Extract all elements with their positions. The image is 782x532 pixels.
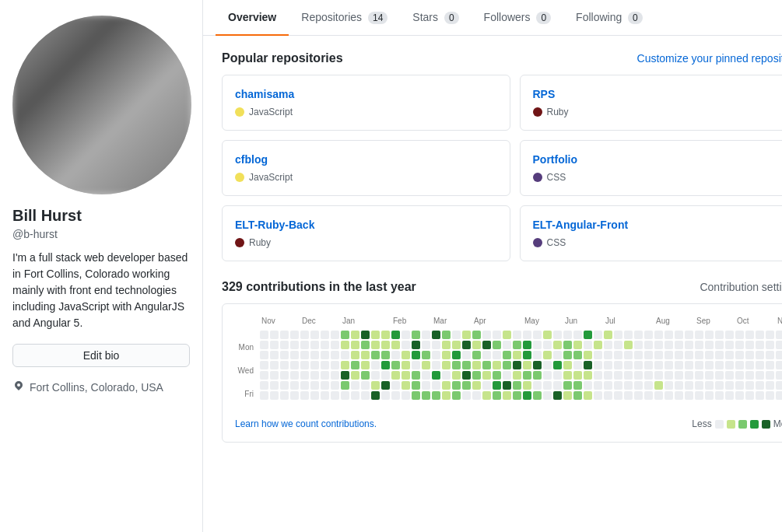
week-column (310, 331, 319, 412)
tab-overview[interactable]: Overview (216, 0, 289, 36)
edit-bio-button[interactable]: Edit bio (12, 344, 190, 367)
day-cell (725, 371, 734, 380)
repo-card-elt-ruby: ELT-Ruby-Back Ruby (222, 205, 510, 261)
day-cell (735, 371, 744, 380)
bio-text: I'm a full stack web developer based in … (12, 250, 190, 331)
day-cell (442, 341, 451, 349)
lang-label: JavaScript (249, 172, 293, 183)
day-cell (756, 341, 764, 349)
legend-cell-0 (715, 420, 724, 429)
day-cell (634, 351, 643, 359)
day-cell (735, 381, 744, 390)
day-cell (280, 381, 289, 390)
day-cell (634, 361, 643, 369)
day-cell (624, 351, 633, 359)
tab-followers[interactable]: Followers 0 (472, 0, 563, 36)
day-cell (644, 381, 653, 390)
day-cell (675, 341, 683, 349)
customize-pinned-link[interactable]: Customize your pinned repositories (637, 52, 782, 65)
day-cell (270, 391, 279, 400)
day-cell (341, 331, 349, 339)
day-label: Wed (235, 366, 257, 376)
week-column (533, 331, 542, 412)
week-column (472, 331, 481, 412)
month-label: Aug (656, 317, 670, 325)
day-cell (503, 331, 511, 339)
day-cell (685, 331, 693, 339)
month-label: Jan (342, 317, 355, 325)
day-cell (776, 351, 782, 359)
day-cell (745, 391, 754, 400)
repo-name-cfblog[interactable]: cfblog (235, 153, 497, 166)
repo-name-elt-angular[interactable]: ELT-Angular-Front (533, 219, 783, 231)
day-cell (452, 331, 461, 339)
day-cell (594, 371, 602, 380)
day-cell (321, 361, 329, 369)
day-cell (715, 351, 724, 359)
day-cell (482, 331, 491, 339)
day-cell (624, 341, 633, 349)
day-cell (482, 391, 491, 400)
day-cell (533, 351, 542, 359)
day-cell (665, 381, 673, 390)
repo-name-elt-ruby[interactable]: ELT-Ruby-Back (235, 219, 497, 231)
contribution-settings-button[interactable]: Contribution settings ▾ (700, 281, 782, 293)
day-cell (604, 351, 612, 359)
day-cell (300, 341, 309, 349)
lang-label: JavaScript (249, 107, 293, 117)
day-cell (725, 351, 734, 359)
day-cell (391, 331, 400, 339)
day-cell (321, 341, 329, 349)
day-cell (675, 361, 683, 369)
contrib-footer: Learn how we count contributions. Less M… (235, 418, 782, 429)
tab-stars[interactable]: Stars 0 (400, 0, 471, 36)
day-cell (644, 391, 653, 400)
day-cell (725, 381, 734, 390)
repo-name-chamisama[interactable]: chamisama (235, 88, 497, 100)
day-cell (422, 391, 430, 400)
day-cell (270, 381, 279, 390)
day-cell (351, 361, 359, 369)
day-cell (290, 381, 299, 390)
day-cell (422, 351, 430, 359)
day-label: Mon (235, 342, 257, 352)
tab-following[interactable]: Following 0 (563, 0, 655, 36)
learn-contributions-link[interactable]: Learn how we count contributions. (235, 418, 377, 429)
repo-name-portfolio[interactable]: Portfolio (533, 153, 783, 166)
day-cell (705, 381, 714, 390)
day-cell (260, 341, 268, 349)
day-cell (472, 351, 481, 359)
day-cell (442, 371, 451, 380)
month-label: Nov (261, 317, 275, 325)
day-cell (513, 361, 521, 369)
tab-repositories[interactable]: Repositories 14 (289, 0, 400, 36)
day-cell (563, 381, 572, 390)
day-cell (766, 341, 774, 349)
legend: Less More (692, 418, 782, 429)
day-cell (644, 341, 653, 349)
day-cell (745, 361, 754, 369)
day-cell (482, 381, 491, 390)
day-cell (654, 391, 663, 400)
day-label (235, 401, 257, 411)
week-column (735, 331, 744, 412)
day-cell (351, 331, 359, 339)
day-cell (543, 391, 552, 400)
week-column (584, 331, 592, 412)
day-cell (776, 341, 782, 349)
day-cell (594, 351, 602, 359)
day-cell (442, 331, 451, 339)
day-cell (675, 381, 683, 390)
day-cell (391, 341, 400, 349)
day-cell (503, 391, 511, 400)
day-cell (452, 351, 461, 359)
repos-section-header: Popular repositories Customize your pinn… (222, 51, 782, 65)
day-cell (321, 391, 329, 400)
day-cell (705, 341, 714, 349)
day-cell (745, 331, 754, 339)
day-cell (533, 391, 542, 400)
week-column (523, 331, 531, 412)
repo-name-rps[interactable]: RPS (533, 88, 783, 100)
week-column (543, 331, 552, 412)
day-cell (654, 371, 663, 380)
